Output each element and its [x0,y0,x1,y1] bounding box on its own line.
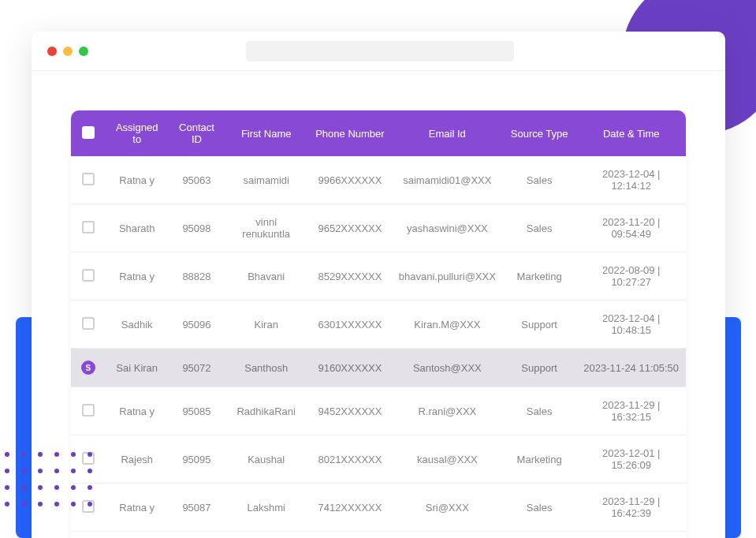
cell-source: Sales [502,484,577,532]
table-row[interactable]: Ratna y95085RadhikaRani9452XXXXXXR.rani@… [71,387,686,435]
cell-email: saimamidi01@XXX [393,156,502,204]
row-checkbox-cell [71,532,106,539]
row-checkbox-cell [71,387,106,435]
cell-email: kausal@XXX [393,435,502,484]
table-row[interactable]: Sadhik95096Kiran6301XXXXXXKiran.M@XXXSup… [71,301,686,349]
cell-phone: 8529XXXXXX [307,252,393,301]
cell-email: Sri@XXX [393,484,502,532]
cell-phone: 7412XXXXXX [307,484,393,532]
cell-contact-id: 88828 [169,252,225,301]
browser-window: Assigned to Contact ID First Name Phone … [32,32,725,538]
cell-first-name: saimamidi [225,156,307,204]
header-datetime[interactable]: Date & Time [576,110,686,156]
window-close-icon[interactable] [47,47,57,56]
cell-assigned-to: Ratna y [106,252,169,301]
cell-first-name: vinni renukuntla [225,204,307,252]
cell-first-name: Lakshmi [225,484,307,532]
cell-assigned-to: Rajesh [106,435,169,484]
cell-first-name: Santhosh [225,349,307,387]
cell-phone: 9966XXXXXX [307,156,393,204]
cell-assigned-to: Ratna y [106,387,169,435]
cell-phone: 9452XXXXXX [307,387,393,435]
cell-assigned-to: Pranav [106,532,169,539]
cell-phone: 9652XXXXXX [307,204,393,252]
cell-email: Kiran.M@XXX [393,301,502,349]
table-row[interactable]: Pranav87598Kumari7702XXXXXXKumar.y@XXXSa… [71,532,686,539]
cell-source: Marketing [502,252,577,301]
row-checkbox-cell [71,156,106,204]
header-email[interactable]: Email Id [393,110,502,156]
row-checkbox-cell [71,252,106,301]
browser-chrome [32,32,725,71]
cell-datetime: 2023-12-01 | 15:26:09 [576,435,686,484]
header-source[interactable]: Source Type [502,110,577,156]
row-checkbox-cell [71,301,106,349]
table-row[interactable]: Rajesh95095Kaushal8021XXXXXXkausal@XXXMa… [71,435,686,484]
cell-phone: 6301XXXXXX [307,301,393,349]
contacts-table: Assigned to Contact ID First Name Phone … [71,110,686,538]
cell-email: Santosh@XXX [393,349,502,387]
cell-first-name: Kiran [225,301,307,349]
cell-first-name: Kaushal [225,435,307,484]
window-minimize-icon[interactable] [63,47,73,56]
table-row[interactable]: Ratna y95087Lakshmi7412XXXXXXSri@XXXSale… [71,484,686,532]
cell-datetime: 2022-06-24 | 14:01:27 [576,532,686,539]
table-row[interactable]: SSai Kiran95072Santhosh9160XXXXXXSantosh… [71,349,686,387]
contacts-table-card: Assigned to Contact ID First Name Phone … [71,110,686,538]
header-contact-id[interactable]: Contact ID [169,110,225,156]
cell-email: R.rani@XXX [393,387,502,435]
cell-contact-id: 95087 [169,484,225,532]
url-bar[interactable] [246,41,514,62]
row-checkbox[interactable] [82,317,95,330]
cell-datetime: 2023-12-04 | 12:14:12 [576,156,686,204]
cell-datetime: 2023-11-24 11:05:50 [576,349,686,387]
cell-datetime: 2023-11-29 | 16:32:15 [576,387,686,435]
header-checkbox-cell [71,110,106,156]
cell-source: Support [502,301,577,349]
cell-phone: 8021XXXXXX [307,435,393,484]
row-checkbox-cell [71,204,106,252]
cell-datetime: 2022-08-09 | 10:27:27 [576,252,686,301]
cell-contact-id: 95063 [169,156,225,204]
header-assigned-to[interactable]: Assigned to [106,110,169,156]
cell-phone: 9160XXXXXX [307,349,393,387]
traffic-lights [47,47,88,56]
row-checkbox-cell: S [71,349,106,387]
cell-contact-id: 95095 [169,435,225,484]
row-checkbox[interactable] [82,221,95,234]
cell-assigned-to: Sai Kiran [106,349,169,387]
cell-datetime: 2023-11-29 | 16:42:39 [576,484,686,532]
cell-contact-id: 95085 [169,387,225,435]
cell-source: Sales [502,387,577,435]
avatar-badge[interactable]: S [81,361,95,375]
cell-source: Marketing [502,435,577,484]
window-maximize-icon[interactable] [79,47,88,56]
row-checkbox[interactable] [82,404,95,417]
cell-source: Sales [502,204,577,252]
cell-contact-id: 87598 [169,532,225,539]
header-phone[interactable]: Phone Number [307,110,393,156]
cell-source: Support [502,349,577,387]
cell-datetime: 2023-11-20 | 09:54:49 [576,204,686,252]
cell-source: Sales [502,532,577,539]
table-row[interactable]: Sharath95098vinni renukuntla9652XXXXXXya… [71,204,686,252]
cell-email: yashaswini@XXX [393,204,502,252]
cell-contact-id: 95098 [169,204,225,252]
cell-assigned-to: Sharath [106,204,169,252]
cell-assigned-to: Ratna y [106,484,169,532]
row-checkbox[interactable] [82,269,95,282]
cell-contact-id: 95072 [169,349,225,387]
table-row[interactable]: Ratna y88828Bhavani8529XXXXXXbhavani.pul… [71,252,686,301]
header-first-name[interactable]: First Name [225,110,307,156]
row-checkbox[interactable] [82,173,95,185]
cell-contact-id: 95096 [169,301,225,349]
cell-datetime: 2023-12-04 | 10:48:15 [576,301,686,349]
table-row[interactable]: Ratna y95063saimamidi9966XXXXXXsaimamidi… [71,156,686,204]
select-all-checkbox[interactable] [82,126,95,139]
cell-first-name: RadhikaRani [225,387,307,435]
cell-email: Kumar.y@XXX [393,532,502,539]
cell-assigned-to: Ratna y [106,156,169,204]
table-header-row: Assigned to Contact ID First Name Phone … [71,110,686,156]
cell-assigned-to: Sadhik [106,301,169,349]
cell-phone: 7702XXXXXX [307,532,393,539]
